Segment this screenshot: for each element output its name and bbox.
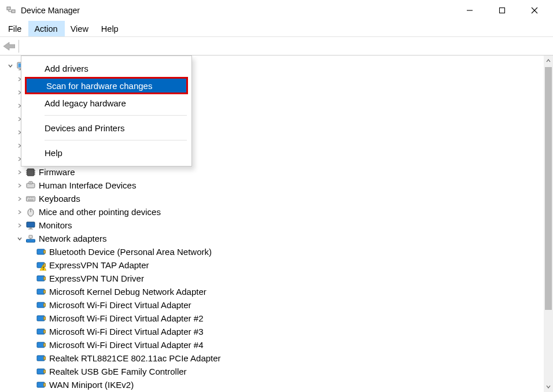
- tree-item-label: ExpressVPN TUN Driver: [49, 272, 144, 285]
- menu-file[interactable]: File: [2, 21, 28, 36]
- net-adapter-icon: [36, 327, 46, 337]
- network-icon: [25, 234, 36, 244]
- scroll-down-icon[interactable]: [544, 382, 553, 392]
- svg-rect-46: [500, 8, 505, 13]
- tree-indent: [27, 302, 34, 309]
- tree-item[interactable]: Microsoft Wi-Fi Direct Virtual Adapter: [5, 298, 553, 312]
- tree-item[interactable]: Microsoft Kernel Debug Network Adapter: [5, 285, 553, 298]
- tree-item-label: Realtek RTL8821CE 802.11ac PCIe Adapter: [49, 352, 221, 365]
- tree-category[interactable]: Network adapters: [5, 232, 553, 245]
- menu-item-scan-hardware-changes[interactable]: Scan for hardware changes: [25, 77, 188, 94]
- tree-indent: [27, 355, 34, 362]
- minimize-button[interactable]: [454, 0, 486, 21]
- tree-category[interactable]: Mice and other pointing devices: [5, 205, 553, 219]
- toolbar: [0, 37, 553, 56]
- action-dropdown: Add drivers Scan for hardware changes Ad…: [21, 56, 192, 167]
- vertical-scrollbar[interactable]: [544, 56, 553, 392]
- back-button[interactable]: [3, 40, 15, 52]
- tree-item-label: ExpressVPN TAP Adapter: [49, 259, 149, 272]
- net-adapter-icon: [36, 340, 46, 350]
- tree-item[interactable]: ExpressVPN TAP Adapter: [5, 258, 553, 272]
- tree-indent: [27, 368, 34, 375]
- tree-category[interactable]: Human Interface Devices: [5, 179, 553, 192]
- menu-item-devices-and-printers[interactable]: Devices and Printers: [21, 119, 191, 136]
- maximize-button[interactable]: [486, 0, 518, 21]
- menu-item-add-legacy-hardware[interactable]: Add legacy hardware: [21, 94, 191, 112]
- hid-icon: [25, 180, 36, 191]
- tree-item-label: Microsoft Wi-Fi Direct Virtual Adapter #…: [49, 339, 203, 352]
- tree-item-label: Realtek USB GbE Family Controller: [49, 365, 187, 378]
- chevron-down-icon[interactable]: [7, 62, 14, 69]
- chevron-right-icon[interactable]: [16, 195, 23, 202]
- tree-item[interactable]: WAN Miniport (IKEv2): [5, 378, 553, 391]
- tree-item-label: Bluetooth Device (Personal Area Network): [49, 246, 212, 258]
- tree-item[interactable]: ExpressVPN TUN Driver: [5, 272, 553, 285]
- tree-item[interactable]: Microsoft Wi-Fi Direct Virtual Adapter #…: [5, 325, 553, 338]
- tree-item-label: Microsoft Wi-Fi Direct Virtual Adapter #…: [49, 326, 203, 338]
- tree-category[interactable]: Keyboards: [5, 192, 553, 205]
- chevron-right-icon[interactable]: [16, 222, 23, 229]
- tree-host: Disk drivesDisplay adaptersFirmwareHuman…: [0, 56, 553, 392]
- menu-separator: [45, 115, 187, 116]
- tree-category[interactable]: Monitors: [5, 219, 553, 232]
- app-icon: [6, 5, 16, 16]
- scroll-up-icon[interactable]: [544, 56, 553, 66]
- tree-item[interactable]: Bluetooth Device (Personal Area Network): [5, 245, 553, 258]
- chevron-right-icon[interactable]: [16, 169, 23, 176]
- tree-indent: [27, 262, 34, 269]
- net-adapter-icon: [36, 287, 46, 297]
- menu-help[interactable]: Help: [95, 21, 126, 36]
- net-adapter-icon: [36, 300, 46, 310]
- monitor-icon: [25, 220, 36, 231]
- svg-marker-49: [3, 42, 15, 50]
- net-adapter-icon: [36, 273, 46, 284]
- menu-item-help[interactable]: Help: [21, 144, 191, 161]
- mouse-icon: [25, 207, 36, 217]
- tree-category-label: Monitors: [39, 219, 72, 232]
- tree-indent: [27, 342, 34, 349]
- tree-indent: [27, 315, 34, 322]
- tree-item[interactable]: Microsoft Wi-Fi Direct Virtual Adapter #…: [5, 312, 553, 325]
- tree-indent: [27, 382, 34, 389]
- firmware-icon: [25, 167, 36, 177]
- window-controls: [454, 0, 551, 21]
- title-bar: Device Manager: [0, 0, 553, 21]
- window-title: Device Manager: [21, 6, 80, 15]
- menu-bar: File Action View Help: [0, 21, 553, 37]
- net-adapter-warn-icon: [36, 260, 46, 271]
- close-button[interactable]: [518, 0, 551, 21]
- menu-separator: [45, 140, 187, 140]
- toolbar-separator: [19, 40, 19, 53]
- menu-view[interactable]: View: [65, 21, 95, 36]
- menu-action[interactable]: Action: [28, 21, 64, 36]
- tree-category-label: Keyboards: [39, 193, 80, 205]
- net-adapter-icon: [36, 380, 46, 390]
- chevron-right-icon[interactable]: [16, 209, 23, 216]
- tree-indent: [27, 249, 34, 256]
- tree-indent: [27, 328, 34, 335]
- tree-category-label: Network adapters: [39, 232, 107, 245]
- scroll-thumb[interactable]: [545, 67, 552, 310]
- net-adapter-icon: [36, 247, 46, 257]
- chevron-down-icon[interactable]: [16, 235, 23, 242]
- tree-item[interactable]: Realtek RTL8821CE 802.11ac PCIe Adapter: [5, 352, 553, 365]
- net-adapter-icon: [36, 367, 46, 377]
- tree-category-label: Firmware: [39, 166, 75, 179]
- menu-item-add-drivers[interactable]: Add drivers: [21, 60, 191, 77]
- tree-category-label: Human Interface Devices: [39, 179, 136, 192]
- net-adapter-icon: [36, 313, 46, 324]
- tree-item[interactable]: Realtek USB GbE Family Controller: [5, 365, 553, 378]
- tree-indent: [27, 289, 34, 295]
- tree-category[interactable]: Firmware: [5, 165, 553, 179]
- tree-item-label: Microsoft Wi-Fi Direct Virtual Adapter #…: [49, 312, 203, 325]
- tree-category-label: Mice and other pointing devices: [39, 206, 161, 219]
- tree-item-label: Microsoft Kernel Debug Network Adapter: [49, 286, 207, 298]
- net-adapter-icon: [36, 353, 46, 364]
- tree-item-label: WAN Miniport (IKEv2): [49, 379, 134, 391]
- tree-indent: [27, 275, 34, 282]
- tree-item-label: Microsoft Wi-Fi Direct Virtual Adapter: [49, 299, 191, 312]
- keyboard-icon: [25, 194, 36, 204]
- tree-item[interactable]: Microsoft Wi-Fi Direct Virtual Adapter #…: [5, 338, 553, 352]
- chevron-right-icon[interactable]: [16, 182, 23, 189]
